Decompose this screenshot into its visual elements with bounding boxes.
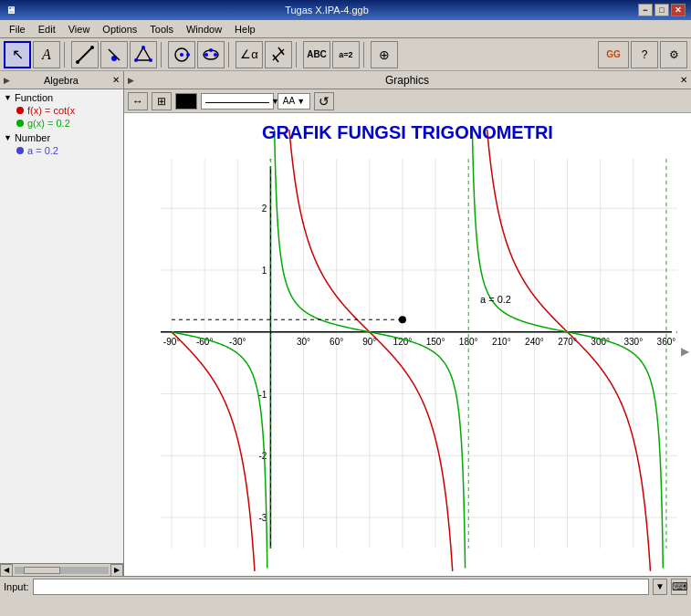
algebra-close-btn[interactable]: ✕ — [112, 75, 120, 85]
graphics-title: Graphics — [385, 74, 429, 87]
graphics-toolbar: ↔ ⊞ ————— ▼ AA ▼ ↺ — [124, 89, 691, 113]
algebra-scrollbar[interactable]: ◀ ▶ — [0, 563, 123, 576]
gx-item[interactable]: g(x) = 0.2 — [2, 117, 121, 130]
fx-item[interactable]: f(x) = cot(x — [2, 104, 121, 117]
logo-btn: GG — [598, 41, 629, 68]
scroll-right-btn[interactable]: ▶ — [110, 564, 123, 577]
text-tool-btn[interactable]: A — [33, 41, 60, 68]
graphics-header: ▶ Graphics ✕ — [124, 71, 691, 89]
gx-text: g(x) = 0.2 — [27, 118, 70, 129]
circle-tool-btn[interactable] — [168, 41, 195, 68]
algebra-panel: ▶ Algebra ✕ ▼ Function f(x) = cot(x g(x)… — [0, 71, 124, 576]
fx-dot — [16, 107, 24, 114]
value-btn[interactable]: a=2 — [332, 41, 360, 68]
gt-color-picker[interactable] — [175, 93, 197, 110]
svg-point-13 — [204, 53, 208, 57]
zoom-btn[interactable]: ⊕ — [371, 41, 398, 68]
gt-grid-btn[interactable]: ⊞ — [152, 92, 172, 110]
menu-options[interactable]: Options — [97, 21, 142, 37]
svg-point-15 — [214, 53, 217, 57]
svg-point-2 — [90, 46, 94, 49]
svg-point-11 — [186, 53, 190, 57]
reflect-tool-btn[interactable] — [265, 41, 292, 68]
svg-point-7 — [149, 58, 152, 62]
svg-marker-5 — [136, 47, 151, 60]
sep3 — [228, 42, 232, 68]
gt-font-size[interactable]: AA ▼ — [277, 93, 310, 110]
conic-tool-btn[interactable] — [197, 41, 225, 68]
svg-line-16 — [273, 49, 284, 60]
toolbar-right: GG ? ⚙ — [598, 41, 687, 68]
algebra-panel-header: ▶ Algebra ✕ — [0, 71, 123, 89]
keyboard-btn[interactable]: ⌨ — [671, 579, 687, 595]
svg-point-14 — [209, 48, 213, 52]
gt-refresh-btn[interactable]: ↺ — [314, 92, 334, 110]
close-btn[interactable]: ✕ — [671, 4, 686, 16]
menu-help[interactable]: Help — [229, 21, 261, 37]
number-arrow: ▼ — [4, 133, 12, 142]
a-item[interactable]: a = 0.2 — [2, 144, 121, 157]
sep1 — [64, 42, 68, 68]
angle-tool-btn[interactable]: ∠α — [236, 41, 263, 68]
input-dropdown-btn[interactable]: ▼ — [653, 579, 667, 595]
number-section: ▼ Number a = 0.2 — [2, 131, 121, 157]
algebra-title: Algebra — [44, 75, 79, 86]
main-area: ▶ Algebra ✕ ▼ Function f(x) = cot(x g(x)… — [0, 71, 691, 576]
a-text: a = 0.2 — [27, 145, 58, 156]
main-toolbar: ↖ A ∠α ABC a=2 ⊕ GG ? ⚙ — [0, 38, 691, 71]
menu-file[interactable]: File — [4, 21, 31, 37]
fx-text: f(x) = cot(x — [27, 105, 75, 116]
polygon-tool-btn[interactable] — [130, 41, 157, 68]
sep4 — [296, 42, 299, 68]
window-controls: − □ ✕ — [638, 4, 686, 16]
right-arrow: ▶ — [681, 345, 689, 358]
menu-window[interactable]: Window — [181, 21, 227, 37]
function-header[interactable]: ▼ Function — [2, 91, 121, 104]
settings-icon-btn[interactable]: ⚙ — [660, 41, 687, 68]
svg-point-6 — [141, 46, 145, 49]
graph-canvas-area[interactable]: GRAFIK FUNGSI TRIGONOMETRI a = 0.2 ▶ — [124, 113, 691, 576]
help-icon-btn[interactable]: ? — [631, 41, 658, 68]
scroll-left-btn[interactable]: ◀ — [0, 564, 13, 577]
algebra-content: ▼ Function f(x) = cot(x g(x) = 0.2 ▼ Num… — [0, 89, 123, 563]
menu-bar: File Edit View Options Tools Window Help — [0, 20, 691, 38]
sep2 — [161, 42, 164, 68]
gt-line-style[interactable]: ————— ▼ — [201, 93, 274, 110]
title-bar: 🖥 Tugas X.IPA-4.ggb − □ ✕ — [0, 0, 691, 20]
select-tool-btn[interactable]: ↖ — [4, 41, 31, 68]
function-label: Function — [15, 92, 53, 103]
sep5 — [363, 42, 367, 68]
graph-canvas — [124, 113, 691, 576]
scroll-thumb[interactable] — [24, 567, 60, 574]
input-field[interactable] — [33, 579, 649, 595]
svg-point-1 — [76, 60, 79, 64]
number-header[interactable]: ▼ Number — [2, 131, 121, 144]
input-bar: Input: ▼ ⌨ — [0, 576, 691, 596]
menu-edit[interactable]: Edit — [33, 21, 61, 37]
graphics-close-btn[interactable]: ✕ — [680, 75, 687, 85]
gx-dot — [16, 120, 24, 127]
maximize-btn[interactable]: □ — [654, 4, 669, 16]
input-label: Input: — [4, 581, 29, 592]
point-tool-btn[interactable] — [100, 41, 128, 68]
a-dot — [16, 147, 24, 154]
function-section: ▼ Function f(x) = cot(x g(x) = 0.2 — [2, 91, 121, 130]
text-insert-btn[interactable]: ABC — [303, 41, 330, 68]
scroll-track[interactable] — [15, 567, 109, 574]
function-arrow: ▼ — [4, 93, 12, 102]
svg-point-10 — [180, 53, 183, 57]
number-label: Number — [15, 132, 50, 143]
minimize-btn[interactable]: − — [638, 4, 653, 16]
line-tool-btn[interactable] — [71, 41, 99, 68]
svg-line-0 — [78, 47, 92, 62]
menu-tools[interactable]: Tools — [144, 21, 179, 37]
graphics-panel: ▶ Graphics ✕ ↔ ⊞ ————— ▼ AA ▼ ↺ GRAFIK F… — [124, 71, 691, 576]
window-title: Tugas X.IPA-4.ggb — [16, 5, 638, 16]
gt-move-btn[interactable]: ↔ — [128, 92, 148, 110]
svg-point-8 — [134, 58, 138, 62]
menu-view[interactable]: View — [63, 21, 96, 37]
